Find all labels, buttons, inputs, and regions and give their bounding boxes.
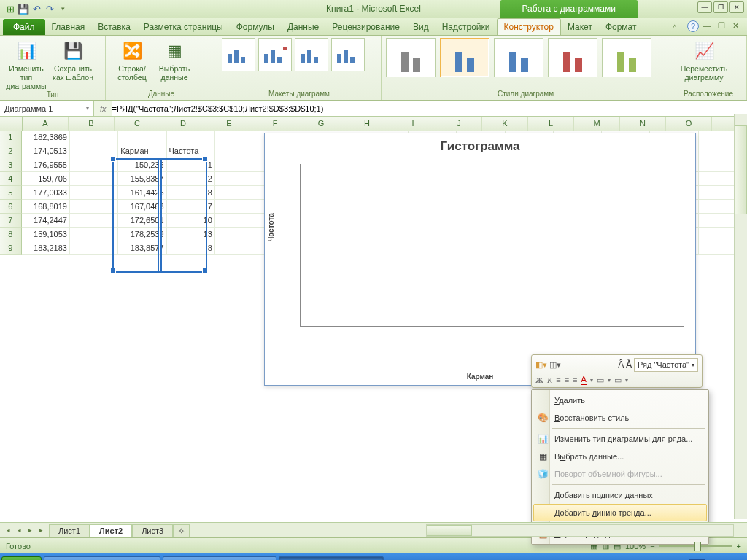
save-template-button[interactable]: 💾Сохранить как шаблон: [51, 38, 95, 82]
row-header[interactable]: 5: [0, 186, 22, 200]
chart-styles-gallery[interactable]: [386, 38, 665, 77]
vertical-scrollbar[interactable]: [734, 114, 747, 519]
col-header[interactable]: I: [390, 117, 436, 131]
cell[interactable]: 159,1053: [22, 228, 70, 241]
shape-fill-icon[interactable]: ▭: [597, 376, 604, 385]
bold-button[interactable]: Ж: [535, 376, 543, 384]
layout-thumb[interactable]: [258, 38, 292, 71]
formula-input[interactable]: [112, 101, 747, 116]
worksheet-grid[interactable]: ABCDEFGHIJKLMNO 1182,38692174,0513Карман…: [0, 117, 747, 522]
align-left-icon[interactable]: ≡: [556, 376, 560, 384]
doc-close-icon[interactable]: ✕: [732, 21, 743, 31]
shape-outline-icon[interactable]: ▭: [614, 376, 622, 385]
chart-layouts-gallery[interactable]: [222, 38, 376, 71]
select-all-corner[interactable]: [0, 117, 23, 131]
zoom-in-button[interactable]: +: [737, 542, 741, 551]
col-header[interactable]: N: [620, 117, 666, 131]
chart-title[interactable]: Гистограмма: [265, 133, 695, 157]
align-right-icon[interactable]: ≡: [573, 376, 577, 384]
minimize-ribbon-icon[interactable]: ▵: [673, 21, 683, 31]
cell[interactable]: 159,706: [22, 172, 70, 186]
menu-select-data[interactable]: ▦Выбрать данные...: [533, 448, 707, 465]
tab-formulas[interactable]: Формулы: [230, 19, 281, 35]
horizontal-scrollbar[interactable]: [426, 524, 734, 537]
cell[interactable]: [70, 131, 118, 144]
maximize-button[interactable]: ❐: [713, 1, 728, 13]
menu-add-labels[interactable]: Добавить подписи данных: [533, 486, 707, 504]
layout-thumb[interactable]: [222, 38, 255, 71]
minimize-button[interactable]: —: [697, 1, 712, 13]
select-data-button[interactable]: ▦Выбрать данные: [157, 38, 192, 82]
row-header[interactable]: 9: [0, 241, 22, 255]
close-button[interactable]: ✕: [729, 1, 744, 13]
menu-3d-rotation[interactable]: 🧊Поворот объемной фигуры...: [533, 465, 707, 483]
tab-addins[interactable]: Надстройки: [436, 19, 497, 35]
row-header[interactable]: 4: [0, 172, 22, 186]
cell[interactable]: [215, 241, 263, 255]
cell[interactable]: 174,0513: [22, 144, 70, 158]
row-header[interactable]: 6: [0, 200, 22, 214]
col-header[interactable]: O: [666, 117, 712, 131]
zoom-slider[interactable]: [659, 545, 732, 547]
sheet-tab-3[interactable]: Лист3: [132, 524, 173, 537]
mini-toolbar[interactable]: ◧▾ ◫▾ Â Ǎ Ряд "Частота" ▾ Ж К ≡ ≡ ≡ A▾…: [531, 354, 703, 388]
col-header[interactable]: F: [252, 117, 298, 131]
col-header[interactable]: C: [115, 117, 160, 131]
cell[interactable]: [70, 186, 118, 200]
fill-icon[interactable]: ◧▾: [535, 360, 547, 370]
tab-view[interactable]: Вид: [406, 19, 436, 35]
cell[interactable]: [70, 200, 118, 214]
style-thumb[interactable]: [494, 38, 543, 77]
cell[interactable]: [70, 214, 118, 228]
taskbar-total-commander[interactable]: 🗂Total Commander 7.03 - ...: [44, 556, 160, 560]
cell[interactable]: [215, 131, 263, 144]
cell[interactable]: [70, 228, 118, 241]
embedded-chart[interactable]: Гистограмма Частота Карман: [264, 133, 696, 386]
sheet-nav[interactable]: ◂◂▸▸: [0, 526, 49, 534]
tab-page-layout[interactable]: Разметка страницы: [137, 19, 230, 35]
cell[interactable]: 2: [167, 172, 215, 186]
cell[interactable]: 161,4425: [118, 186, 166, 200]
cell[interactable]: [215, 214, 263, 228]
doc-restore-icon[interactable]: ❐: [718, 21, 728, 31]
cell[interactable]: 167,0463: [118, 200, 166, 214]
layout-thumb[interactable]: [295, 38, 328, 71]
row-header[interactable]: 1: [0, 131, 22, 144]
selection-handle[interactable]: [202, 156, 208, 162]
selection-handle[interactable]: [202, 268, 208, 273]
row-header[interactable]: 8: [0, 228, 22, 241]
cell[interactable]: 155,8387: [118, 172, 166, 186]
file-tab[interactable]: Файл: [3, 19, 45, 35]
italic-button[interactable]: К: [547, 376, 552, 384]
tab-home[interactable]: Главная: [45, 19, 92, 35]
redo-icon[interactable]: ↷: [44, 3, 55, 15]
help-icon[interactable]: ?: [687, 20, 699, 32]
col-header[interactable]: K: [482, 117, 528, 131]
font-color-icon[interactable]: A: [581, 375, 586, 385]
col-header[interactable]: M: [574, 117, 620, 131]
series-selector[interactable]: Ряд "Частота" ▾: [634, 358, 698, 372]
tab-design[interactable]: Конструктор: [497, 18, 561, 35]
name-box[interactable]: Диаграмма 1▾: [0, 101, 94, 116]
doc-minimize-icon[interactable]: —: [703, 21, 713, 31]
cell[interactable]: 10: [167, 214, 215, 228]
style-thumb[interactable]: [440, 38, 489, 77]
cell[interactable]: 172,6501: [118, 214, 166, 228]
cell[interactable]: 7: [167, 200, 215, 214]
align-center-icon[interactable]: ≡: [565, 376, 569, 384]
cell[interactable]: 8: [167, 241, 215, 255]
taskbar-excel[interactable]: XMicrosoft Excel - Книг...: [279, 556, 384, 560]
row-header[interactable]: 7: [0, 214, 22, 228]
col-header[interactable]: G: [298, 117, 344, 131]
tab-review[interactable]: Рецензирование: [325, 19, 406, 35]
cell[interactable]: [215, 172, 263, 186]
tab-chart-layout[interactable]: Макет: [561, 19, 599, 35]
cell[interactable]: [215, 200, 263, 214]
cell[interactable]: [215, 186, 263, 200]
cell[interactable]: [215, 228, 263, 241]
col-header[interactable]: H: [344, 117, 390, 131]
cell[interactable]: 13: [167, 228, 215, 241]
layout-thumb[interactable]: [331, 38, 365, 71]
chart-bars[interactable]: [300, 164, 684, 327]
col-header[interactable]: B: [69, 117, 115, 131]
